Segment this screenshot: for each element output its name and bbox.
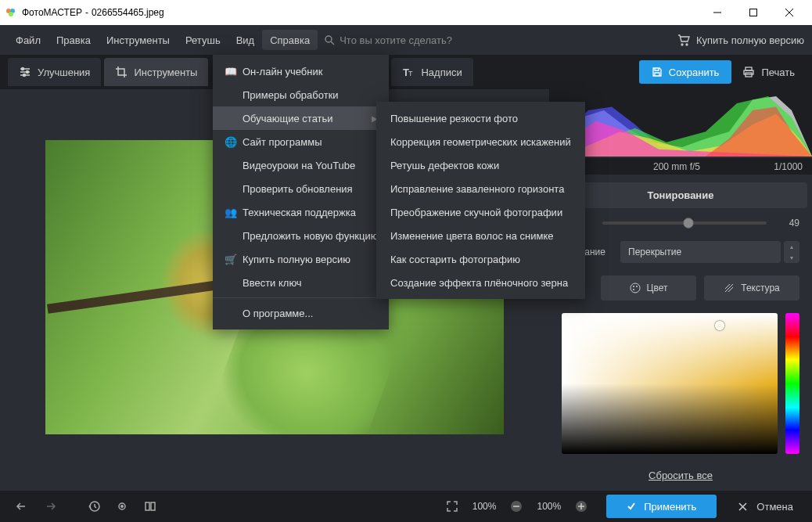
cart-icon: 🛒 <box>222 254 239 265</box>
buy-full-version-link[interactable]: Купить полную версию <box>677 34 804 46</box>
svg-point-2 <box>9 12 13 16</box>
sliders-icon <box>19 66 31 78</box>
save-icon <box>652 67 663 77</box>
compare-button[interactable] <box>108 495 136 518</box>
print-button[interactable]: Печать <box>742 66 795 78</box>
save-button[interactable]: Сохранить <box>639 60 732 84</box>
type-color-button[interactable]: Цвет <box>601 275 696 301</box>
zoom-value: 100% <box>537 501 561 512</box>
svg-text:T: T <box>408 70 413 77</box>
blend-row: ешивание Перекрытие ▲▼ <box>549 235 812 269</box>
redo-button[interactable] <box>36 495 64 518</box>
people-icon: 👥 <box>222 207 239 218</box>
menu-file[interactable]: Файл <box>8 30 49 50</box>
color-cursor[interactable] <box>715 321 724 330</box>
close-icon <box>738 502 747 511</box>
cancel-button[interactable]: Отмена <box>728 501 804 513</box>
strength-value: 49 <box>776 218 799 229</box>
menu-view[interactable]: Вид <box>228 30 263 50</box>
svg-rect-3 <box>750 9 757 16</box>
article-horizon[interactable]: Исправление заваленного горизонта <box>376 177 585 200</box>
menu-help[interactable]: Справка <box>262 30 318 50</box>
svg-rect-21 <box>151 502 155 510</box>
article-transform[interactable]: Преображение скучной фотографии <box>376 200 585 224</box>
app-title: ФотоМАСТЕР <box>22 7 82 18</box>
zoom-out-button[interactable] <box>502 495 530 518</box>
svg-point-5 <box>22 68 24 70</box>
group-toning[interactable]: Тонирование <box>554 182 807 208</box>
help-updates[interactable]: Проверить обновления <box>213 177 389 200</box>
blend-select[interactable]: Перекрытие <box>620 241 781 263</box>
hue-slider[interactable] <box>785 313 799 454</box>
file-name: 0266554465.jpeg <box>92 7 164 18</box>
tab-improvements[interactable]: Улучшения <box>8 58 101 86</box>
strength-slider[interactable] <box>602 221 767 225</box>
article-geometry[interactable]: Коррекция геометрических искажений <box>376 130 585 153</box>
globe-icon: 🌐 <box>222 136 239 148</box>
print-icon <box>742 66 755 78</box>
tab-tools[interactable]: Инструменты <box>104 58 208 86</box>
articles-submenu: Повышение резкости фото Коррекция геомет… <box>376 102 585 299</box>
help-support[interactable]: 👥Техническая поддержка <box>213 200 389 224</box>
blend-spinner[interactable]: ▲▼ <box>784 241 799 263</box>
exif-shutter: 1/1000 <box>774 161 803 172</box>
help-suggest[interactable]: Предложить новую функцию <box>213 224 389 247</box>
histogram[interactable] <box>549 89 812 157</box>
undo-button[interactable] <box>8 495 36 518</box>
tab-captions[interactable]: TT Надписи <box>391 58 472 86</box>
svg-point-14 <box>633 286 634 287</box>
zoom-fit-label: 100% <box>472 501 497 512</box>
before-after-button[interactable] <box>136 495 164 518</box>
tool-tabs: Улучшения Инструменты TT Надписи Сохрани… <box>0 55 812 89</box>
crop-icon <box>115 66 128 78</box>
svg-point-7 <box>23 74 26 77</box>
zoom-in-button[interactable] <box>567 495 595 518</box>
help-examples[interactable]: Примеры обработки <box>213 83 389 106</box>
svg-point-6 <box>27 71 29 74</box>
help-articles[interactable]: Обучающие статьи▶ <box>213 106 389 130</box>
help-menu-dropdown: 📖Он-лайн учебник Примеры обработки Обуча… <box>213 55 389 329</box>
article-grain[interactable]: Создание эффекта плёночного зерна <box>376 271 585 294</box>
texture-icon <box>724 283 735 293</box>
svg-point-15 <box>636 286 638 287</box>
strength-row: а 49 <box>549 211 812 235</box>
apply-button[interactable]: Применить <box>606 495 717 518</box>
cart-icon <box>677 34 690 46</box>
search-placeholder: Что вы хотите сделать? <box>340 34 452 46</box>
menu-retouch[interactable]: Ретушь <box>178 30 228 50</box>
menubar: Файл Правка Инструменты Ретушь Вид Справ… <box>0 25 812 55</box>
check-icon <box>627 502 636 511</box>
type-texture-button[interactable]: Текстура <box>704 275 799 301</box>
article-vintage[interactable]: Как состарить фотографию <box>376 247 585 271</box>
article-haircolor[interactable]: Изменение цвета волос на снимке <box>376 224 585 247</box>
color-field[interactable] <box>562 313 778 454</box>
help-key[interactable]: Ввести ключ <box>213 271 389 294</box>
maximize-button[interactable] <box>735 0 771 25</box>
book-icon: 📖 <box>222 66 239 77</box>
article-retouch[interactable]: Ретушь дефектов кожи <box>376 153 585 177</box>
exif-lens: 200 mm f/5 <box>653 161 700 172</box>
help-about[interactable]: О программе... <box>213 301 389 325</box>
article-sharpness[interactable]: Повышение резкости фото <box>376 106 585 130</box>
bottom-bar: 100% 100% Применить Отмена <box>0 491 812 522</box>
svg-point-13 <box>631 283 640 293</box>
search-box[interactable]: Что вы хотите сделать? <box>324 34 452 46</box>
color-picker-area <box>549 307 812 460</box>
history-button[interactable] <box>80 495 108 518</box>
menu-edit[interactable]: Правка <box>49 30 99 50</box>
palette-icon <box>630 283 641 293</box>
minimize-button[interactable] <box>699 0 735 25</box>
svg-point-19 <box>120 505 124 508</box>
reset-all-link[interactable]: Сбросить все <box>549 460 812 491</box>
close-button[interactable] <box>771 0 807 25</box>
menu-tools[interactable]: Инструменты <box>99 30 178 50</box>
exif-info: 2000 200 mm f/5 1/1000 <box>549 158 812 175</box>
right-panel: 2000 200 mm f/5 1/1000 Тонирование а 49 … <box>549 89 812 491</box>
help-youtube[interactable]: Видеоуроки на YouTube <box>213 153 389 177</box>
fit-screen-button[interactable] <box>438 495 466 518</box>
help-website[interactable]: 🌐Сайт программы <box>213 130 389 153</box>
help-online-tutorial[interactable]: 📖Он-лайн учебник <box>213 59 389 83</box>
search-icon <box>324 34 335 45</box>
help-buy[interactable]: 🛒Купить полную версию <box>213 247 389 271</box>
app-icon <box>5 6 17 19</box>
